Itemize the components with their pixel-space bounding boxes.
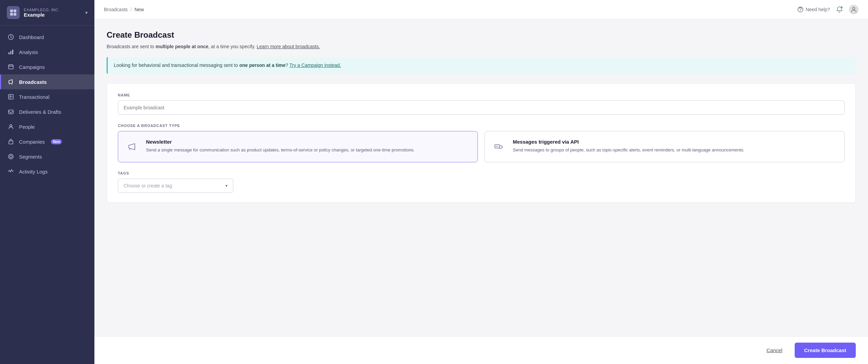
svg-rect-3: [14, 13, 16, 16]
segments-icon: [7, 153, 14, 160]
breadcrumb-separator: /: [130, 7, 132, 12]
sidebar-item-label: Campaigns: [19, 64, 45, 70]
broadcast-name-input[interactable]: [118, 101, 845, 115]
svg-rect-1: [14, 10, 16, 12]
svg-rect-7: [12, 50, 13, 54]
cancel-button[interactable]: Cancel: [761, 344, 788, 357]
sidebar: EXAMPLECO, INC. Example ▾ Dashboard: [0, 0, 94, 364]
api-type-title: Messages triggered via API: [513, 139, 744, 145]
broadcasts-icon: [7, 78, 14, 85]
companies-badge: New: [51, 139, 62, 144]
deliveries-icon: [7, 108, 14, 115]
transactional-icon: [7, 93, 14, 100]
sidebar-item-label: Transactional: [19, 94, 50, 100]
sidebar-header[interactable]: EXAMPLECO, INC. Example ▾: [0, 0, 94, 25]
svg-rect-8: [8, 65, 13, 69]
learn-more-link[interactable]: Learn more about broadcasts.: [257, 44, 320, 49]
tags-label: TAGS: [118, 171, 845, 175]
sidebar-item-companies[interactable]: Companies New: [0, 134, 94, 149]
help-label: Need help?: [806, 7, 830, 12]
create-broadcast-button[interactable]: Create Broadcast: [795, 343, 856, 358]
svg-point-21: [496, 146, 497, 147]
sidebar-item-activity-logs[interactable]: Activity Logs: [0, 164, 94, 179]
analysis-icon: [7, 49, 14, 55]
main-content: Broadcasts / New Need help?: [94, 0, 868, 364]
broadcast-type-newsletter[interactable]: Newsletter Send a single message for com…: [118, 131, 478, 162]
topbar: Broadcasts / New Need help?: [94, 0, 868, 19]
question-circle-icon: [797, 6, 803, 13]
sidebar-item-transactional[interactable]: Transactional: [0, 89, 94, 104]
svg-point-19: [853, 7, 855, 10]
api-type-desc: Send messages to groups of people, such …: [513, 147, 744, 153]
svg-rect-5: [8, 52, 10, 54]
sidebar-item-label: Broadcasts: [19, 79, 47, 85]
sidebar-item-label: Segments: [19, 154, 42, 160]
svg-rect-14: [9, 141, 13, 144]
chevron-down-icon: ▾: [85, 10, 88, 15]
company-logo: [7, 6, 20, 19]
campaigns-icon: [7, 63, 14, 70]
svg-point-13: [10, 125, 12, 127]
api-trigger-icon: [492, 140, 507, 154]
page-subtitle: Broadcasts are sent to multiple people a…: [107, 43, 856, 50]
topbar-actions: Need help?: [797, 5, 858, 14]
companies-icon: [7, 138, 14, 145]
sidebar-item-deliveries[interactable]: Deliveries & Drafts: [0, 104, 94, 119]
dashboard-icon: [7, 34, 14, 40]
svg-rect-0: [10, 10, 13, 12]
chevron-down-icon: ▾: [225, 183, 228, 188]
broadcast-type-api[interactable]: Messages triggered via API Send messages…: [485, 131, 845, 162]
svg-point-15: [8, 154, 13, 159]
notification-bell[interactable]: [836, 6, 843, 13]
sidebar-item-segments[interactable]: Segments: [0, 149, 94, 164]
newsletter-desc: Send a single message for communication …: [146, 147, 415, 153]
sidebar-item-analysis[interactable]: Analysis: [0, 44, 94, 59]
people-icon: [7, 123, 14, 130]
svg-rect-12: [8, 110, 13, 114]
breadcrumb-current: New: [134, 7, 144, 12]
info-banner: Looking for behavioral and transactional…: [107, 57, 856, 74]
page-content: Create Broadcast Broadcasts are sent to …: [94, 19, 868, 336]
help-button[interactable]: Need help?: [797, 6, 830, 13]
svg-rect-2: [10, 13, 13, 16]
svg-rect-10: [12, 65, 12, 66]
type-label: CHOOSE A BROADCAST TYPE: [118, 124, 845, 128]
sidebar-item-label: Analysis: [19, 49, 38, 55]
sidebar-item-label: Deliveries & Drafts: [19, 109, 61, 115]
page-title: Create Broadcast: [107, 30, 856, 40]
svg-rect-6: [11, 51, 12, 54]
newsletter-title: Newsletter: [146, 139, 415, 145]
svg-point-18: [800, 11, 801, 11]
company-name: EXAMPLECO, INC.: [24, 8, 85, 12]
company-info: EXAMPLECO, INC. Example: [24, 8, 85, 18]
sidebar-item-label: Activity Logs: [19, 169, 48, 175]
sidebar-item-people[interactable]: People: [0, 119, 94, 134]
activity-logs-icon: [7, 168, 14, 175]
tags-placeholder: Choose or create a tag: [124, 183, 172, 188]
workspace-name: Example: [24, 12, 85, 18]
sidebar-item-label: People: [19, 124, 35, 130]
tags-dropdown[interactable]: Choose or create a tag ▾: [118, 179, 233, 193]
sidebar-nav: Dashboard Analysis: [0, 25, 94, 364]
create-broadcast-form: NAME CHOOSE A BROADCAST TYPE Newslette: [107, 83, 856, 203]
svg-point-16: [10, 156, 12, 158]
broadcast-type-options: Newsletter Send a single message for com…: [118, 131, 845, 162]
name-label: NAME: [118, 93, 845, 97]
notification-dot: [840, 6, 843, 9]
sidebar-item-broadcasts[interactable]: Broadcasts: [0, 74, 94, 89]
sidebar-item-label: Dashboard: [19, 34, 44, 40]
svg-point-22: [497, 146, 498, 147]
svg-rect-9: [10, 65, 10, 66]
megaphone-icon: [125, 140, 140, 154]
sidebar-item-campaigns[interactable]: Campaigns: [0, 59, 94, 74]
sidebar-item-dashboard[interactable]: Dashboard: [0, 30, 94, 44]
breadcrumb: Broadcasts / New: [104, 7, 144, 12]
breadcrumb-parent[interactable]: Broadcasts: [104, 7, 128, 12]
sidebar-item-label: Companies: [19, 139, 45, 145]
page-footer: Cancel Create Broadcast: [94, 336, 868, 364]
user-avatar[interactable]: [849, 5, 858, 14]
campaign-link[interactable]: Try a Campaign instead.: [289, 62, 341, 68]
